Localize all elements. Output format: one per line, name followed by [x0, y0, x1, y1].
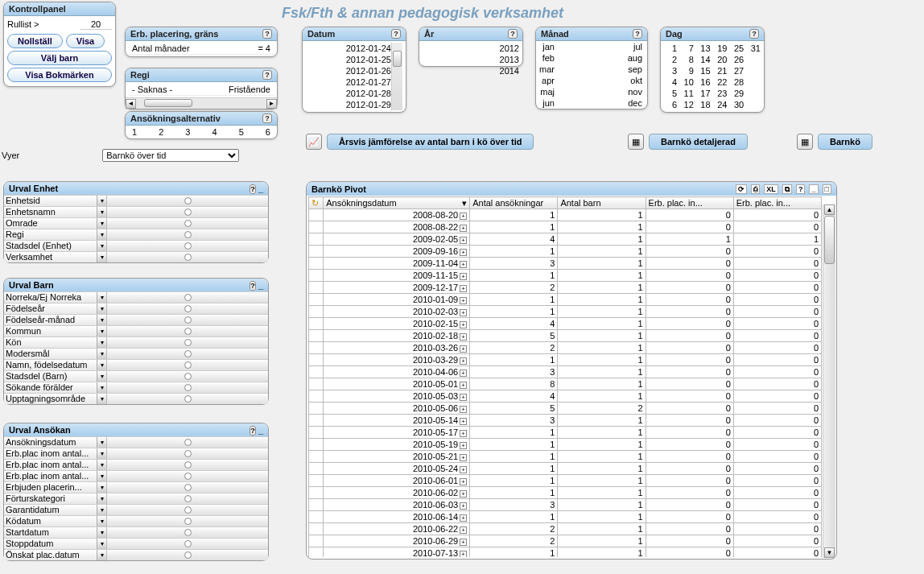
pivot-table[interactable]: ↻Ansökningsdatum ▾Antal ansökningarAntal…: [308, 196, 822, 557]
expand-icon[interactable]: +: [460, 502, 467, 510]
expand-icon[interactable]: +: [460, 345, 467, 353]
filter-radio[interactable]: [107, 438, 268, 448]
filter-radio[interactable]: [107, 460, 268, 470]
filter-label[interactable]: Önskat plac.datum▾: [4, 550, 107, 560]
filter-label[interactable]: Förturskategori▾: [4, 493, 107, 504]
dropdown-icon[interactable]: ▾: [97, 252, 106, 262]
datum-item[interactable]: 2012-01-24: [306, 43, 391, 54]
filter-radio[interactable]: [107, 338, 268, 348]
filter-radio[interactable]: [107, 449, 268, 459]
day-item[interactable]: 11: [681, 88, 694, 99]
help-icon[interactable]: ?: [262, 70, 272, 80]
day-item[interactable]: 30: [731, 99, 744, 110]
pivot-row[interactable]: 2010-01-09+1100: [309, 294, 822, 306]
filter-radio[interactable]: [107, 394, 268, 404]
tool-print-icon[interactable]: ⎙: [751, 184, 760, 194]
ansok-option[interactable]: 4: [212, 127, 217, 137]
pivot-column-header[interactable]: Antal ansökningar: [470, 197, 558, 209]
datum-item[interactable]: 2012-01-25: [306, 54, 391, 65]
filter-label[interactable]: Kön▾: [4, 337, 107, 348]
dropdown-icon[interactable]: ▾: [97, 371, 106, 382]
month-item[interactable]: jan: [539, 41, 556, 52]
help-icon[interactable]: ?: [749, 29, 759, 39]
expand-icon[interactable]: +: [460, 466, 467, 473]
filter-radio[interactable]: [107, 506, 268, 515]
filter-label[interactable]: Stadsdel (Barn)▾: [4, 371, 107, 382]
day-item[interactable]: 27: [731, 65, 744, 76]
regi-scrollbar[interactable]: ◄►: [126, 97, 277, 109]
day-item[interactable]: 7: [681, 43, 694, 54]
filter-radio[interactable]: [107, 472, 268, 481]
expand-icon[interactable]: +: [460, 213, 467, 220]
dropdown-icon[interactable]: ▾: [97, 550, 106, 560]
day-item[interactable]: 5: [664, 88, 677, 99]
ansok-option[interactable]: 5: [239, 127, 244, 137]
filter-label[interactable]: Födelseår-månad▾: [4, 315, 107, 325]
day-item[interactable]: [748, 54, 761, 65]
valjbarn-button[interactable]: Välj barn: [7, 51, 112, 65]
pivot-row[interactable]: 2009-12-17+2100: [309, 282, 822, 294]
day-item[interactable]: 18: [698, 99, 711, 110]
filter-radio[interactable]: [107, 528, 268, 538]
expand-icon[interactable]: +: [460, 527, 467, 534]
filter-label[interactable]: Enhetsnamn▾: [4, 207, 107, 217]
expand-icon[interactable]: +: [460, 249, 467, 256]
filter-radio[interactable]: [107, 293, 268, 303]
filter-radio[interactable]: [107, 253, 268, 262]
filter-radio[interactable]: [107, 483, 268, 493]
vyer-select[interactable]: Barnkö över tid: [102, 149, 239, 162]
month-item[interactable]: mar: [539, 64, 556, 75]
day-item[interactable]: [748, 99, 761, 110]
filter-label[interactable]: Omrade▾: [4, 218, 107, 229]
filter-label[interactable]: Erb.plac inom antal...▾: [4, 460, 107, 470]
dropdown-icon[interactable]: ▾: [97, 218, 106, 229]
expand-icon[interactable]: +: [460, 442, 467, 449]
dropdown-icon[interactable]: ▾: [97, 207, 106, 217]
expand-icon[interactable]: +: [460, 430, 467, 437]
pivot-row[interactable]: 2010-07-13+1100: [309, 547, 822, 558]
filter-radio[interactable]: [107, 316, 268, 325]
pivot-row[interactable]: 2010-05-21+1100: [309, 451, 822, 463]
dropdown-icon[interactable]: ▾: [97, 493, 106, 504]
pivot-row[interactable]: 2010-05-01+8100: [309, 378, 822, 390]
expand-icon[interactable]: +: [460, 539, 467, 546]
pivot-row[interactable]: 2009-11-15+1100: [309, 270, 822, 282]
day-item[interactable]: 21: [714, 65, 727, 76]
day-item[interactable]: 22: [714, 76, 727, 88]
pivot-row[interactable]: 2008-08-20+1100: [309, 209, 822, 221]
day-item[interactable]: 24: [714, 99, 727, 110]
month-item[interactable]: aug: [628, 52, 644, 64]
expand-icon[interactable]: +: [460, 261, 467, 268]
filter-radio[interactable]: [107, 304, 268, 314]
pivot-row[interactable]: 2010-06-01+1100: [309, 475, 822, 487]
expand-icon[interactable]: +: [460, 382, 467, 389]
dropdown-icon[interactable]: ▾: [97, 448, 106, 459]
filter-label[interactable]: Kommun▾: [4, 326, 107, 337]
month-item[interactable]: nov: [628, 86, 644, 97]
expand-icon[interactable]: +: [460, 370, 467, 377]
expand-icon[interactable]: +: [460, 357, 467, 365]
dropdown-icon[interactable]: ▾: [97, 326, 106, 337]
month-item[interactable]: sep: [628, 64, 644, 75]
ar-item[interactable]: 2013: [423, 54, 519, 65]
pivot-row[interactable]: 2009-02-05+4111: [309, 233, 822, 246]
dropdown-icon[interactable]: ▾: [97, 382, 106, 393]
help-icon[interactable]: ?: [262, 114, 272, 123]
tab-arsvis[interactable]: 📈 Årsvis jämförelse av antal barn i kö ö…: [306, 134, 534, 150]
pivot-column-header[interactable]: Ansökningsdatum ▾: [324, 197, 470, 209]
pivot-row[interactable]: 2010-05-03+4100: [309, 390, 822, 403]
dropdown-icon[interactable]: ▾: [97, 196, 106, 206]
tool-xl-icon[interactable]: XL: [764, 184, 778, 194]
pivot-row[interactable]: 2010-06-22+2100: [309, 523, 822, 535]
datum-scrollbar[interactable]: [391, 43, 402, 110]
pivot-row[interactable]: 2010-05-19+1100: [309, 439, 822, 451]
filter-label[interactable]: Verksamhet▾: [4, 252, 107, 262]
pivot-row[interactable]: 2010-05-06+5200: [309, 403, 822, 415]
month-item[interactable]: jun: [539, 97, 556, 109]
filter-radio[interactable]: [107, 208, 268, 217]
datum-item[interactable]: 2012-01-29: [306, 99, 391, 110]
month-item[interactable]: dec: [628, 97, 644, 109]
day-item[interactable]: 29: [731, 88, 744, 99]
datum-item[interactable]: 2012-01-26: [306, 65, 391, 76]
dropdown-icon[interactable]: ▾: [97, 292, 106, 303]
